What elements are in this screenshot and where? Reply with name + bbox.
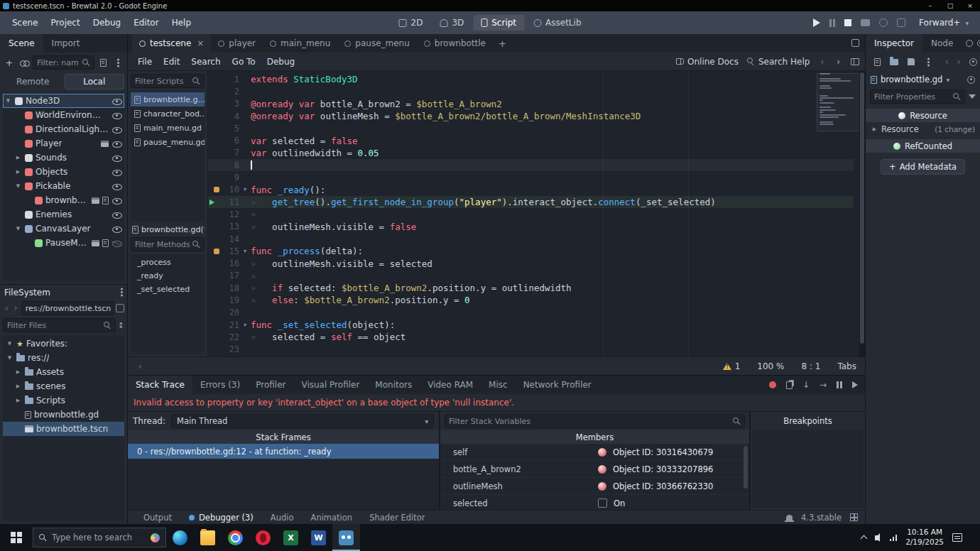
- filter-scripts-input[interactable]: [135, 77, 190, 86]
- close-button[interactable]: ×: [960, 0, 980, 11]
- script-menu-edit[interactable]: Edit: [158, 55, 185, 69]
- scrollbar-thumb[interactable]: [860, 72, 864, 344]
- visibility-toggle-icon[interactable]: [111, 139, 122, 148]
- scene-tab-testscene[interactable]: testscene×: [132, 34, 211, 53]
- scene-tree-item-objects[interactable]: ▶Objects: [3, 165, 124, 179]
- fold-arrow-icon[interactable]: ▼: [239, 187, 251, 192]
- visibility-toggle-icon[interactable]: [111, 97, 122, 106]
- indent-mode[interactable]: Tabs: [837, 361, 856, 371]
- script-history-back[interactable]: ‹: [818, 57, 826, 67]
- code-line-15[interactable]: 15▼func _process(delta):: [208, 245, 854, 257]
- play-button[interactable]: [813, 18, 820, 27]
- stack-frame-item[interactable]: 0 - res://brownbottle.gd:12 - at functio…: [128, 444, 439, 459]
- script-history-forward[interactable]: ›: [834, 57, 842, 67]
- taskbar-app-godot[interactable]: [332, 524, 360, 551]
- object-tools-button[interactable]: [967, 55, 980, 68]
- code-line-2[interactable]: 2: [208, 85, 854, 97]
- search-help-button[interactable]: Search Help: [747, 57, 810, 67]
- script-item-character-bod[interactable]: character_bod...: [131, 107, 205, 121]
- visibility-toggle-icon[interactable]: [111, 111, 122, 120]
- code-line-19[interactable]: 19» else: $bottle_A_brown2.position.y = …: [208, 294, 854, 306]
- scene-tree-item-pickable[interactable]: ▼Pickable: [3, 179, 124, 193]
- bottom-panel-debugger-3[interactable]: Debugger (3): [180, 513, 262, 523]
- save-resource-button[interactable]: [905, 55, 918, 68]
- debugger-tab-video-ram[interactable]: Video RAM: [420, 376, 481, 394]
- view-tab-local[interactable]: Local: [65, 74, 125, 89]
- load-resource-button[interactable]: [888, 55, 900, 68]
- resource-menu-button[interactable]: [922, 55, 935, 68]
- scene-tree-item-enemies[interactable]: Enemies: [3, 207, 124, 222]
- workspace-3d[interactable]: 3D: [432, 15, 472, 31]
- notification-bell-icon[interactable]: [786, 515, 793, 520]
- attach-script-button[interactable]: [97, 56, 109, 69]
- code-line-22[interactable]: 22» selected = self == object: [208, 331, 854, 343]
- filesystem-item-res[interactable]: ▼res://: [3, 351, 124, 365]
- bottom-panel-shader-editor[interactable]: Shader Editor: [361, 513, 433, 523]
- code-line-14[interactable]: 14: [208, 233, 854, 245]
- tree-arrow-icon[interactable]: ▼: [14, 226, 22, 231]
- menu-help[interactable]: Help: [165, 15, 197, 31]
- bottom-panel-audio[interactable]: Audio: [262, 513, 303, 523]
- scene-tab-brownbottle[interactable]: brownbottle: [417, 34, 493, 53]
- visibility-toggle-icon[interactable]: [111, 153, 122, 163]
- script-item-main-menu-gd[interactable]: main_menu.gd: [131, 121, 205, 135]
- fold-arrow-icon[interactable]: ▼: [239, 249, 251, 254]
- debugger-tab-errors-3[interactable]: Errors (3): [192, 376, 248, 394]
- taskbar-app-edge[interactable]: [166, 524, 194, 551]
- start-button[interactable]: [0, 524, 33, 551]
- method-item-ready[interactable]: _ready: [131, 269, 205, 283]
- scene-filter-input[interactable]: [37, 58, 80, 67]
- menu-debug[interactable]: Debug: [87, 15, 127, 31]
- code-line-18[interactable]: 18» if selected: $bottle_A_brown2.positi…: [208, 282, 854, 294]
- script-menu-go-to[interactable]: Go To: [227, 55, 261, 69]
- layout-grid-icon[interactable]: [850, 513, 858, 521]
- filter-methods-input[interactable]: [135, 240, 190, 249]
- script-menu-debug[interactable]: Debug: [261, 55, 300, 69]
- new-scene-tab-button[interactable]: +: [493, 34, 512, 53]
- filesystem-item-scenes[interactable]: ▶scenes: [3, 379, 124, 393]
- code-line-10[interactable]: 10▼func _ready():: [208, 184, 854, 196]
- debugger-tab-profiler[interactable]: Profiler: [248, 376, 293, 394]
- code-line-16[interactable]: 16» outlineMesh.visible = selected: [208, 257, 854, 269]
- path-back-button[interactable]: ‹: [3, 303, 11, 313]
- tree-arrow-icon[interactable]: ▼: [6, 355, 13, 361]
- zoom-level[interactable]: 100 %: [757, 361, 784, 371]
- taskbar-app-explorer[interactable]: [194, 524, 222, 551]
- code-editor[interactable]: 1extends StaticBody3D23@onready var bott…: [208, 71, 865, 356]
- code-line-13[interactable]: 13» outlineMesh.visible = false: [208, 221, 854, 233]
- visibility-toggle-icon[interactable]: [111, 239, 122, 248]
- code-line-12[interactable]: 12»: [208, 208, 854, 220]
- history-icon[interactable]: [966, 40, 973, 47]
- menu-scene[interactable]: Scene: [6, 15, 45, 31]
- filter-stack-variables-input[interactable]: [449, 417, 730, 426]
- tree-arrow-icon[interactable]: ▼: [6, 341, 13, 347]
- bottom-panel-output[interactable]: Output: [135, 513, 180, 523]
- step-into-button[interactable]: ↓: [802, 380, 810, 390]
- filesystem-item-brownbottle-tscn[interactable]: brownbottle.tscn: [3, 422, 124, 436]
- copy-error-button[interactable]: [786, 381, 793, 389]
- tree-arrow-icon[interactable]: ▶: [14, 398, 22, 403]
- stop-button[interactable]: [844, 19, 851, 26]
- add-node-button[interactable]: +: [3, 56, 16, 69]
- script-item-pause-menu-gd[interactable]: pause_menu.gd: [131, 135, 205, 149]
- script-item-brownbottle-g[interactable]: brownbottle.g...: [131, 92, 205, 107]
- code-line-21[interactable]: 21▼func _set_selected(object):: [208, 319, 854, 331]
- menu-editor[interactable]: Editor: [127, 15, 165, 31]
- script-menu-search[interactable]: Search: [185, 55, 226, 69]
- scene-menu-button[interactable]: [111, 56, 124, 69]
- code-line-6[interactable]: 6var selected = false: [208, 134, 854, 146]
- continue-button[interactable]: [852, 381, 858, 388]
- add-metadata-button[interactable]: + Add Metadata: [881, 159, 965, 175]
- expand-arrow-icon[interactable]: ▶: [871, 126, 878, 132]
- checkbox-icon[interactable]: [598, 498, 607, 508]
- workspace-2d[interactable]: 2D: [391, 15, 431, 31]
- refcounted-section-header[interactable]: RefCounted: [866, 139, 980, 153]
- inspector-tab-node[interactable]: Node: [922, 34, 962, 53]
- scene-tab-player[interactable]: player: [211, 34, 263, 53]
- object-menu-icon[interactable]: [977, 40, 980, 47]
- resource-section-header[interactable]: Resource: [866, 109, 980, 122]
- current-script-row[interactable]: brownbottle.gd(*) ↕: [131, 222, 205, 237]
- code-line-7[interactable]: 7var outlinedwidth = 0.05: [208, 147, 854, 159]
- tree-arrow-icon[interactable]: ▶: [14, 169, 22, 175]
- filesystem-item-scripts[interactable]: ▶Scripts: [3, 393, 124, 408]
